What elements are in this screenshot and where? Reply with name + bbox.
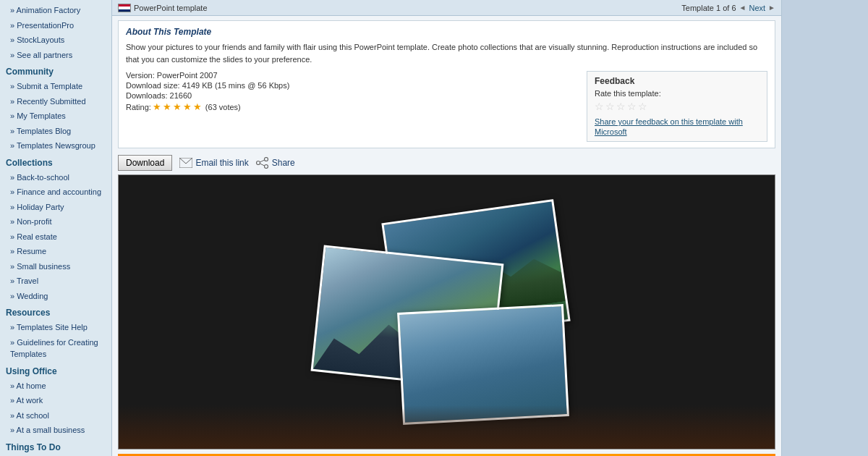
sidebar-item-small-business[interactable]: Small business [0, 259, 111, 274]
downloads-line: Downloads: 21660 [126, 91, 578, 100]
svg-point-3 [264, 165, 268, 169]
using-office-section: Using Office At home At work At school A… [0, 362, 111, 438]
star-1[interactable]: ★ [153, 101, 161, 112]
sidebar-item-finance[interactable]: Finance and accounting [0, 185, 111, 200]
rating-votes: (63 votes) [205, 103, 241, 111]
about-section: About This Template Show your pictures t… [118, 20, 775, 148]
sidebar-item-back-to-school[interactable]: Back-to-school [0, 170, 111, 185]
template-page-info: Template 1 of 6 [681, 4, 736, 12]
flag-icon [118, 4, 131, 12]
svg-point-2 [256, 161, 260, 165]
photo-collage [273, 189, 621, 435]
feedback-title: Feedback [595, 76, 760, 86]
main-content: PowerPoint template Template 1 of 6 ◄ Ne… [112, 0, 781, 456]
sidebar-item-holiday-party[interactable]: Holiday Party [0, 200, 111, 215]
things-to-do-section: Things To Do Suggest a Template [0, 438, 111, 457]
feedback-star-3[interactable]: ☆ [616, 101, 626, 112]
email-link[interactable]: Email this link [179, 158, 248, 168]
sidebar-item-at-home[interactable]: At home [0, 379, 111, 394]
partners-section: Animation Factory PresentationPro StockL… [0, 3, 111, 62]
sidebar-item-stock-layouts[interactable]: StockLayouts [0, 33, 111, 48]
sidebar-item-real-estate[interactable]: Real estate [0, 229, 111, 245]
email-link-label: Email this link [195, 158, 248, 168]
version-value: PowerPoint 2007 [157, 71, 218, 80]
download-size-label: Download size: [126, 81, 180, 90]
star-3[interactable]: ★ [173, 101, 182, 112]
sidebar-item-guidelines[interactable]: Guidelines for Creating Templates [0, 335, 111, 362]
collections-header: Collections [0, 153, 111, 170]
rating-line: Rating: ★ ★ ★ ★ ★ (63 votes) [126, 101, 578, 112]
collections-section: Collections Back-to-school Finance and a… [0, 153, 111, 304]
next-icon: ► [768, 4, 775, 12]
star-2[interactable]: ★ [163, 101, 171, 112]
sidebar-item-submit-template[interactable]: Submit a Template [0, 79, 111, 94]
community-section: Community Submit a Template Recently Sub… [0, 62, 111, 153]
things-to-do-header: Things To Do [0, 438, 111, 455]
share-link[interactable]: Share [256, 158, 295, 168]
sidebar-item-travel[interactable]: Travel [0, 274, 111, 289]
star-5[interactable]: ★ [193, 101, 202, 112]
sidebar-item-at-small-business[interactable]: At a small business [0, 423, 111, 438]
next-link[interactable]: Next [749, 4, 765, 12]
share-icon [256, 158, 269, 168]
about-meta-row: Version: PowerPoint 2007 Download size: … [126, 71, 767, 142]
email-icon [179, 158, 192, 168]
about-description: Show your pictures to your friends and f… [126, 41, 767, 65]
resources-section: Resources Templates Site Help Guidelines… [0, 303, 111, 362]
svg-line-4 [260, 160, 264, 162]
photo-showcase [118, 174, 775, 449]
feedback-star-5[interactable]: ☆ [638, 101, 647, 112]
sidebar-item-at-work[interactable]: At work [0, 393, 111, 408]
sidebar-item-recently-submitted[interactable]: Recently Submitted [0, 94, 111, 109]
photo-card-3 [397, 304, 569, 425]
template-nav-bar: PowerPoint template Template 1 of 6 ◄ Ne… [112, 0, 781, 16]
download-size-line: Download size: 4149 KB (15 mins @ 56 Kbp… [126, 81, 578, 90]
feedback-stars: ☆ ☆ ☆ ☆ ☆ [595, 101, 760, 112]
sidebar-item-presentation-pro[interactable]: PresentationPro [0, 18, 111, 33]
download-button[interactable]: Download [118, 155, 172, 171]
sidebar-item-my-templates[interactable]: My Templates [0, 109, 111, 124]
version-label: Version: [126, 71, 155, 80]
using-office-header: Using Office [0, 362, 111, 379]
sidebar: Animation Factory PresentationPro StockL… [0, 0, 112, 456]
sidebar-item-see-all-partners[interactable]: See all partners [0, 48, 111, 63]
sidebar-item-wedding[interactable]: Wedding [0, 289, 111, 304]
feedback-star-1[interactable]: ☆ [595, 101, 604, 112]
version-line: Version: PowerPoint 2007 [126, 71, 578, 80]
feedback-share-link[interactable]: Share your feedback on this template wit… [595, 117, 743, 136]
template-nav-label: PowerPoint template [134, 4, 208, 12]
downloads-label: Downloads: [126, 91, 167, 100]
about-meta-left: Version: PowerPoint 2007 Download size: … [126, 71, 578, 114]
feedback-star-4[interactable]: ☆ [627, 101, 637, 112]
sidebar-item-templates-site-help[interactable]: Templates Site Help [0, 320, 111, 335]
sidebar-item-animation-factory[interactable]: Animation Factory [0, 3, 111, 18]
sidebar-item-templates-newsgroup[interactable]: Templates Newsgroup [0, 138, 111, 153]
feedback-box: Feedback Rate this template: ☆ ☆ ☆ ☆ ☆ S… [587, 71, 767, 142]
about-title: About This Template [126, 27, 767, 37]
svg-point-1 [264, 158, 268, 161]
download-size-value: 4149 KB (15 mins @ 56 Kbps) [182, 81, 290, 90]
community-header: Community [0, 62, 111, 79]
sidebar-item-templates-blog[interactable]: Templates Blog [0, 124, 111, 139]
downloads-value: 21660 [170, 91, 192, 100]
feedback-rate-label: Rate this template: [595, 89, 760, 98]
sidebar-item-resume[interactable]: Resume [0, 244, 111, 259]
action-bar: Download Email this link Share [112, 151, 781, 174]
resources-header: Resources [0, 303, 111, 320]
sidebar-item-non-profit[interactable]: Non-profit [0, 214, 111, 229]
template-nav-right: Template 1 of 6 ◄ Next ► [681, 4, 775, 12]
rating-label: Rating: [126, 103, 151, 111]
svg-line-5 [260, 164, 264, 166]
template-nav-left: PowerPoint template [118, 4, 208, 12]
feedback-star-2[interactable]: ☆ [605, 101, 615, 112]
prev-icon: ◄ [739, 4, 746, 12]
share-link-label: Share [272, 158, 295, 168]
right-panel [781, 0, 868, 456]
star-4[interactable]: ★ [183, 101, 192, 112]
sidebar-item-at-school[interactable]: At school [0, 408, 111, 423]
